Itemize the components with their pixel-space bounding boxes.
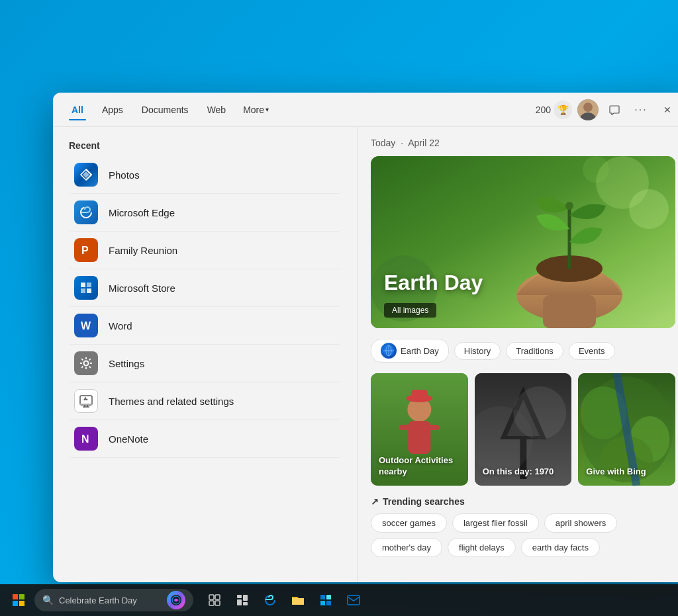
svg-rect-62 — [326, 595, 331, 599]
sub-card-label: Outdoor Activities nearby — [379, 455, 468, 478]
sub-card-history[interactable]: On this day: 1970 — [475, 373, 572, 486]
list-item[interactable]: N OneNote — [69, 420, 341, 458]
trending-chip[interactable]: largest flier fossil — [452, 513, 539, 533]
svg-rect-60 — [243, 602, 248, 605]
feedback-button[interactable] — [604, 99, 625, 120]
svg-rect-55 — [209, 601, 214, 605]
app-name: Microsoft Store — [109, 283, 175, 294]
more-options-button[interactable]: ··· — [630, 99, 652, 120]
svg-rect-63 — [320, 601, 325, 605]
store-taskbar-button[interactable] — [313, 587, 339, 613]
app-name: Settings — [109, 358, 144, 369]
svg-rect-12 — [80, 404, 92, 405]
title-bar: All Apps Documents Web More ▾ 200 🏆 — [53, 93, 678, 127]
hero-title: Earth Day — [384, 271, 483, 295]
taskbar-icons — [201, 587, 367, 613]
svg-point-1 — [583, 103, 593, 112]
svg-rect-8 — [87, 288, 91, 293]
onenote-icon: N — [74, 427, 98, 451]
list-item[interactable]: Photos — [69, 156, 341, 194]
svg-rect-6 — [87, 283, 91, 287]
trophy-icon[interactable]: 🏆 — [554, 101, 572, 119]
right-panel: Today · April 22 — [358, 127, 678, 582]
sub-cards: Outdoor Activities nearby — [371, 373, 675, 486]
app-name: Word — [109, 320, 132, 331]
svg-point-52 — [175, 599, 177, 601]
photos-icon — [74, 163, 98, 187]
svg-point-10 — [84, 361, 89, 366]
trending-section: ↗ Trending searches soccer games largest… — [371, 496, 675, 557]
file-explorer-button[interactable] — [285, 587, 311, 613]
tags-row: Earth Day History Traditions Events — [371, 339, 675, 363]
trending-chip[interactable]: april showers — [544, 513, 618, 533]
more-tab[interactable]: More ▾ — [236, 101, 275, 119]
trending-chip[interactable]: soccer games — [371, 513, 447, 533]
earth-globe-icon — [381, 343, 397, 359]
sub-card-outdoor[interactable]: Outdoor Activities nearby — [371, 373, 468, 486]
hero-card[interactable]: Earth Day All images — [371, 156, 675, 328]
svg-rect-34 — [427, 425, 439, 430]
tag-events[interactable]: Events — [569, 342, 615, 360]
tab-apps[interactable]: Apps — [94, 101, 131, 119]
edge-taskbar-button[interactable] — [257, 587, 283, 613]
mail-taskbar-button[interactable] — [340, 587, 367, 613]
sub-card-label: Give with Bing — [586, 466, 646, 478]
sub-card-give[interactable]: Give with Bing — [578, 373, 675, 486]
edge-icon — [74, 200, 98, 224]
desktop: All Apps Documents Web More ▾ 200 🏆 — [0, 0, 678, 616]
all-images-button[interactable]: All images — [384, 303, 436, 318]
tag-earth-day[interactable]: Earth Day — [371, 339, 449, 363]
list-item[interactable]: Microsoft Edge — [69, 194, 341, 232]
sub-card-label: On this day: 1970 — [483, 466, 554, 478]
list-item[interactable]: Themes and related settings — [69, 382, 341, 420]
close-icon: ✕ — [663, 105, 671, 115]
app-name: Photos — [109, 169, 140, 181]
trending-chip[interactable]: mother's day — [371, 538, 442, 557]
svg-rect-64 — [326, 601, 331, 605]
powerpoint-icon: P — [74, 238, 98, 262]
date-label: Today · April 22 — [371, 138, 675, 148]
app-name: Themes and related settings — [109, 396, 234, 407]
tab-web[interactable]: Web — [199, 101, 234, 119]
svg-rect-46 — [13, 594, 18, 599]
trending-chip[interactable]: flight delays — [448, 538, 516, 557]
word-icon: W — [74, 314, 98, 337]
tag-label: Earth Day — [401, 346, 439, 356]
score-badge: 200 🏆 — [536, 101, 572, 119]
list-item[interactable]: W Word — [69, 307, 341, 345]
app-name: Family Reunion — [109, 245, 177, 256]
tab-all[interactable]: All — [64, 101, 91, 119]
svg-rect-47 — [19, 594, 24, 599]
trophy-symbol: 🏆 — [557, 105, 569, 115]
list-item[interactable]: Settings — [69, 345, 341, 382]
svg-text:W: W — [81, 320, 91, 331]
svg-rect-65 — [348, 595, 360, 605]
svg-point-27 — [565, 202, 573, 210]
svg-rect-59 — [237, 599, 242, 605]
svg-rect-36 — [411, 390, 427, 400]
trending-chips: soccer games largest flier fossil april … — [371, 513, 675, 557]
start-button[interactable] — [5, 587, 32, 613]
more-dots-icon: ··· — [634, 104, 647, 116]
trending-chip[interactable]: earth day facts — [521, 538, 600, 557]
list-item[interactable]: P Family Reunion — [69, 232, 341, 269]
search-window: All Apps Documents Web More ▾ 200 🏆 — [53, 93, 678, 582]
taskbar-search[interactable]: 🔍 Celebrate Earth Day — [34, 589, 193, 611]
list-item[interactable]: Microsoft Store — [69, 269, 341, 307]
svg-rect-32 — [408, 421, 430, 454]
user-avatar[interactable] — [577, 99, 599, 120]
recent-label: Recent — [69, 140, 341, 151]
widgets-button[interactable] — [229, 587, 256, 613]
svg-point-21 — [583, 156, 609, 183]
main-content: Recent Photos — [53, 127, 678, 582]
close-button[interactable]: ✕ — [657, 99, 678, 120]
hero-background — [371, 156, 675, 328]
tab-documents[interactable]: Documents — [134, 101, 197, 119]
tag-history[interactable]: History — [454, 342, 501, 360]
settings-icon — [74, 351, 98, 375]
trending-header: ↗ Trending searches — [371, 496, 675, 507]
svg-rect-33 — [399, 425, 411, 430]
svg-rect-57 — [237, 595, 242, 598]
task-view-button[interactable] — [201, 587, 228, 613]
tag-traditions[interactable]: Traditions — [506, 342, 563, 360]
